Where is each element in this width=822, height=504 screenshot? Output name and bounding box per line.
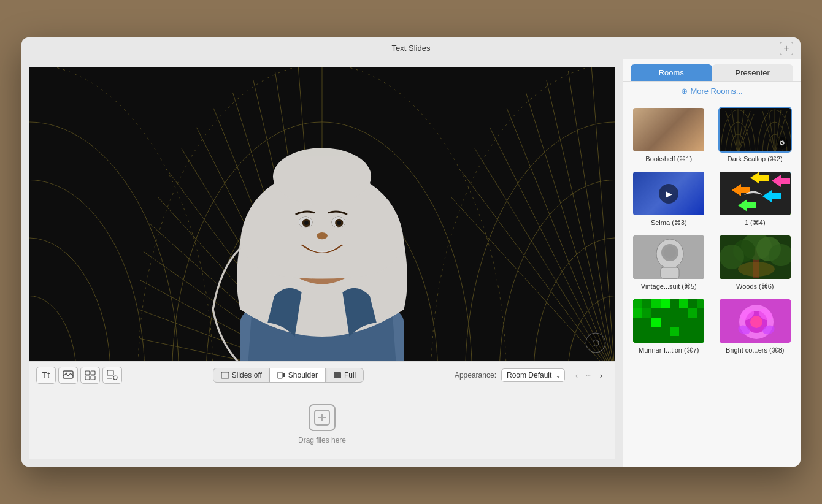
room-image-bright	[720, 299, 791, 343]
art-deco-pattern	[29, 67, 615, 361]
room-label-munnar: Munnar-I...tion (⌘7)	[639, 346, 699, 354]
settings-tool-button[interactable]	[102, 367, 122, 384]
svg-rect-139	[697, 299, 705, 308]
window-title: Text Slides	[392, 44, 431, 53]
view-mode-segmented: Slides off Shoulder	[213, 368, 364, 383]
room-thumb-woods	[718, 234, 792, 280]
room-image-1	[720, 172, 791, 215]
svg-rect-137	[679, 299, 688, 308]
svg-rect-140	[651, 318, 661, 327]
room-label-selma: Selma (⌘3)	[651, 219, 687, 227]
appearance-label: Appearance:	[455, 371, 496, 380]
svg-rect-130	[633, 299, 642, 308]
svg-point-69	[304, 221, 309, 225]
room-image-selma: ▶	[633, 172, 704, 215]
shoulder-icon	[277, 372, 286, 379]
settings-icon	[107, 370, 118, 381]
room-item-bright[interactable]: Bright co...ers (⌘8)	[712, 294, 799, 358]
slides-off-icon	[221, 372, 229, 379]
appearance-select-wrapper[interactable]: Room Default Light Dark	[501, 368, 565, 382]
slides-off-label: Slides off	[232, 371, 262, 380]
nav-prev-button[interactable]: ‹	[570, 368, 583, 382]
text-icon: Tt	[42, 370, 50, 380]
room-thumb-munnar	[632, 298, 705, 344]
svg-rect-133	[633, 308, 642, 318]
drop-zone[interactable]: Drag files here	[29, 389, 615, 459]
grid-icon	[85, 370, 96, 380]
drop-label: Drag files here	[298, 436, 346, 445]
room-image-munnar	[633, 299, 704, 343]
room-image-vintage	[633, 235, 704, 279]
full-button[interactable]: Full	[326, 368, 363, 382]
svg-rect-82	[107, 370, 113, 375]
room-item-selma[interactable]: ▶ Selma (⌘3)	[626, 167, 712, 231]
text-tool-button[interactable]: Tt	[36, 367, 56, 384]
room-item-dark-scallop[interactable]: ⚙ Dark Scallop (⌘2)	[712, 103, 799, 167]
svg-point-119	[664, 246, 676, 259]
room-item-munnar[interactable]: Munnar-I...tion (⌘7)	[626, 294, 712, 358]
toolbar-left: Tt	[36, 367, 122, 384]
more-rooms-plus-icon: ⊕	[681, 86, 688, 96]
tab-rooms[interactable]: Rooms	[631, 64, 712, 81]
more-rooms-label: More Rooms...	[690, 86, 742, 96]
svg-point-83	[113, 376, 117, 380]
svg-point-62	[273, 148, 371, 205]
svg-rect-86	[278, 372, 282, 378]
svg-rect-141	[670, 327, 679, 336]
svg-rect-131	[642, 299, 651, 308]
svg-point-128	[738, 262, 775, 277]
svg-rect-120	[661, 267, 679, 278]
toolbar-right: Appearance: Room Default Light Dark ‹ ··…	[455, 368, 608, 382]
svg-rect-138	[688, 308, 697, 318]
slides-off-button[interactable]: Slides off	[213, 368, 270, 382]
svg-rect-80	[85, 376, 90, 380]
room-thumb-1	[718, 170, 792, 216]
toolbar: Tt	[29, 361, 615, 389]
title-bar: Text Slides +	[21, 37, 801, 59]
room-label-1: 1 (⌘4)	[745, 219, 766, 227]
preview-panel: ⬡ Tt	[21, 59, 623, 467]
shoulder-button[interactable]: Shoulder	[270, 368, 326, 382]
room-label-bookshelf: Bookshelf (⌘1)	[645, 155, 692, 163]
room-label-bright: Bright co...ers (⌘8)	[726, 346, 784, 354]
room-image-bookshelf	[633, 108, 704, 151]
svg-rect-135	[661, 299, 670, 308]
room-item-bookshelf[interactable]: Bookshelf (⌘1)	[626, 103, 712, 167]
room-label-vintage: Vintage...suit (⌘5)	[641, 283, 697, 291]
svg-rect-81	[91, 376, 95, 380]
drop-icon	[309, 404, 336, 431]
room-item-vintage[interactable]: Vintage...suit (⌘5)	[626, 231, 712, 294]
grid-tool-button[interactable]	[80, 367, 100, 384]
shoulder-label: Shoulder	[288, 371, 318, 380]
svg-rect-79	[91, 371, 95, 375]
svg-point-73	[338, 213, 340, 215]
room-thumb-dark-scallop: ⚙	[718, 107, 792, 153]
room-thumb-selma: ▶	[632, 170, 705, 216]
room-image-woods	[720, 235, 791, 279]
add-button[interactable]: +	[780, 42, 793, 55]
svg-point-70	[337, 221, 341, 225]
full-label: Full	[344, 371, 356, 380]
more-rooms-button[interactable]: ⊕ More Rooms...	[623, 82, 801, 101]
main-content: ⬡ Tt	[21, 59, 801, 467]
room-gear-icon: ⚙	[776, 137, 788, 149]
rooms-grid: Bookshelf (⌘1)	[623, 101, 801, 361]
rooms-panel: Rooms Presenter ⊕ More Rooms... Bookshel…	[623, 59, 801, 467]
svg-rect-85	[221, 372, 229, 378]
svg-point-126	[720, 245, 744, 269]
room-item-1[interactable]: 1 (⌘4)	[712, 167, 799, 231]
appearance-select[interactable]: Room Default Light Dark	[501, 368, 565, 382]
svg-rect-134	[642, 308, 651, 318]
svg-point-145	[750, 316, 762, 328]
svg-rect-136	[670, 308, 679, 318]
media-icon	[63, 370, 74, 380]
room-item-woods[interactable]: Woods (⌘6)	[712, 231, 799, 294]
tab-presenter[interactable]: Presenter	[712, 64, 794, 81]
svg-rect-78	[85, 371, 90, 375]
room-thumb-bright	[718, 298, 792, 344]
preview-image: ⬡	[29, 67, 615, 361]
nav-arrows: ‹ ··· ›	[570, 368, 608, 382]
nav-next-button[interactable]: ›	[594, 368, 608, 382]
rooms-tabs: Rooms Presenter	[623, 59, 801, 82]
media-tool-button[interactable]	[58, 367, 78, 384]
